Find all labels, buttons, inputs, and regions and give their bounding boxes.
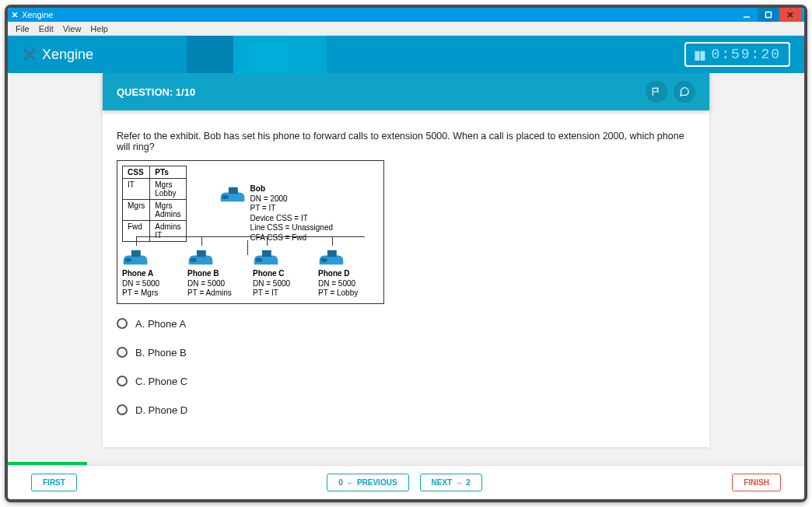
comment-button[interactable] (674, 81, 695, 103)
pause-icon[interactable]: ▮▮ (694, 47, 705, 62)
window-minimize-button[interactable] (736, 8, 758, 22)
app-title: Xengine (42, 47, 93, 63)
bob-name: Bob (250, 184, 265, 193)
menubar: File Edit View Help (8, 22, 804, 36)
window-close-button[interactable] (779, 8, 801, 22)
phone-b: Phone B DN = 5000 PT = Admins (187, 247, 248, 299)
question-body: Refer to the exhibit. Bob has set his ph… (103, 110, 709, 447)
radio-icon (117, 376, 128, 386)
footer-nav: FIRST 0 ← PREVIOUS NEXT → 2 FINISH (8, 465, 804, 499)
css-table: CSSPTs ITMgrs Lobby MgrsMgrs Admins FwdA… (122, 166, 187, 242)
app-logo-icon (11, 11, 19, 19)
svg-point-5 (222, 195, 229, 199)
window-maximize-button[interactable] (758, 8, 779, 22)
arrow-right-icon: → (455, 478, 463, 487)
menu-file[interactable]: File (11, 24, 34, 33)
window-titlebar: Xengine (8, 8, 804, 22)
exhibit-diagram: CSSPTs ITMgrs Lobby MgrsMgrs Admins FwdA… (117, 160, 384, 304)
answer-label: A. Phone A (135, 318, 186, 330)
answer-label: D. Phone D (135, 404, 187, 416)
menu-view[interactable]: View (58, 24, 86, 33)
content-area: QUESTION: 1/10 Refer to the exhibit. Bob… (8, 73, 804, 462)
svg-rect-10 (262, 250, 271, 257)
phone-c: Phone C DN = 5000 PT = IT (253, 247, 313, 299)
question-card: QUESTION: 1/10 Refer to the exhibit. Bob… (103, 73, 709, 447)
answer-option-a[interactable]: A. Phone A (117, 318, 695, 330)
app-logo-icon (22, 47, 37, 62)
svg-rect-1 (766, 12, 772, 18)
svg-point-13 (320, 258, 327, 262)
answer-label: C. Phone C (135, 376, 187, 387)
first-button[interactable]: FIRST (31, 474, 77, 491)
phone-a: Phone A DN = 5000 PT = Mgrs (122, 247, 183, 299)
phone-icon (219, 184, 246, 205)
header-band: Xengine ▮▮ 0:59:20 (8, 36, 804, 73)
radio-icon (117, 347, 128, 358)
window-title: Xengine (22, 10, 53, 19)
answers-list: A. Phone A B. Phone B C. Phone C D. Phon… (117, 318, 695, 416)
answer-label: B. Phone B (135, 347, 187, 358)
finish-button[interactable]: FINISH (732, 474, 781, 491)
svg-point-9 (190, 258, 197, 262)
answer-option-d[interactable]: D. Phone D (117, 404, 695, 416)
phone-icon (318, 247, 345, 267)
svg-rect-4 (228, 187, 237, 194)
svg-rect-6 (131, 250, 141, 257)
timer-box: ▮▮ 0:59:20 (684, 42, 790, 67)
question-text: Refer to the exhibit. Bob has set his ph… (117, 131, 695, 152)
radio-icon (117, 404, 128, 415)
answer-option-c[interactable]: C. Phone C (117, 376, 695, 387)
arrow-left-icon: ← (346, 478, 354, 487)
menu-edit[interactable]: Edit (34, 24, 58, 33)
phone-icon (122, 247, 149, 267)
svg-point-7 (124, 258, 131, 262)
phone-icon (187, 247, 214, 267)
flag-button[interactable] (646, 81, 667, 103)
svg-rect-12 (327, 250, 337, 257)
menu-help[interactable]: Help (86, 24, 113, 33)
svg-rect-8 (197, 250, 206, 257)
radio-icon (117, 318, 128, 329)
question-header: QUESTION: 1/10 (103, 73, 709, 110)
svg-point-11 (255, 258, 262, 262)
question-counter: QUESTION: 1/10 (117, 86, 639, 98)
answer-option-b[interactable]: B. Phone B (117, 347, 695, 358)
previous-button[interactable]: 0 ← PREVIOUS (327, 474, 408, 491)
phone-d: Phone D DN = 5000 PT = Lobby (318, 247, 379, 299)
timer-value: 0:59:20 (711, 47, 781, 62)
phone-icon (253, 247, 279, 267)
next-button[interactable]: NEXT → 2 (420, 474, 482, 491)
